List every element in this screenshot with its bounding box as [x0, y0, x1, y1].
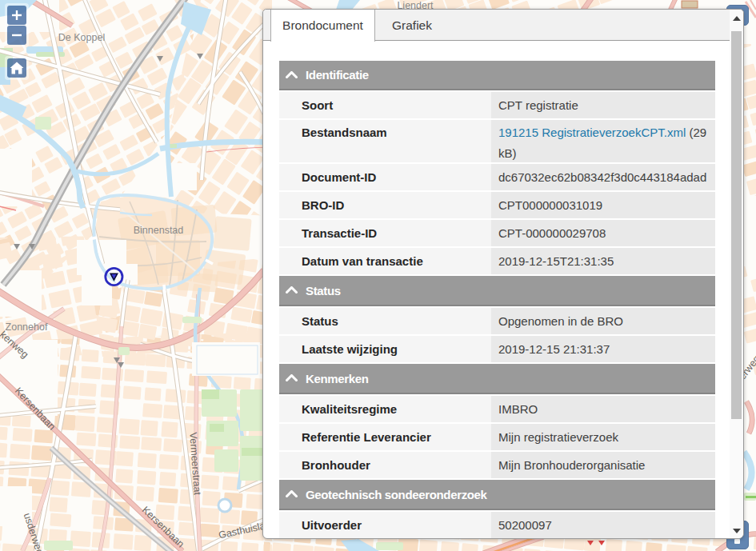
svg-text:Binnenstad: Binnenstad: [134, 225, 184, 236]
svg-text:Zonnehof: Zonnehof: [6, 321, 48, 333]
svg-text:De Koppel: De Koppel: [58, 32, 105, 43]
